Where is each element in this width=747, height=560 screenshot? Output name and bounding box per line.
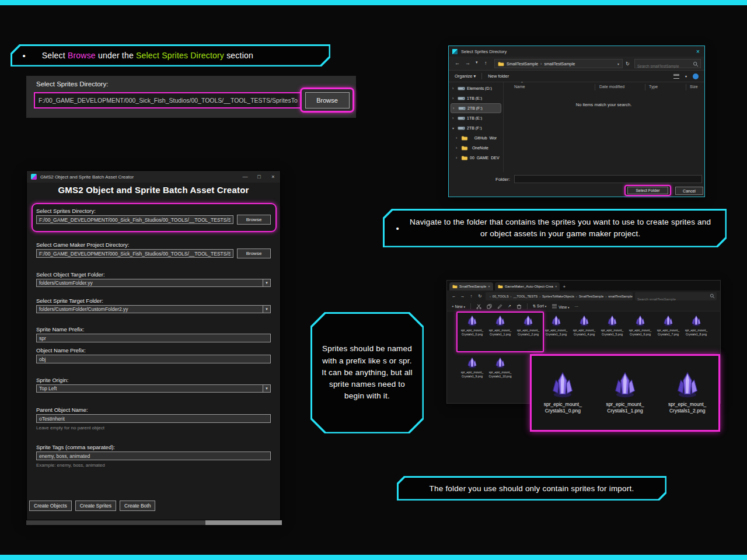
create-objects-button[interactable]: Create Objects	[29, 501, 72, 511]
object-prefix-input[interactable]	[36, 355, 271, 363]
sort-ascending-icon: ^	[521, 81, 523, 85]
forward-icon[interactable]: →	[459, 293, 466, 299]
forward-icon[interactable]: →	[465, 60, 470, 66]
tree-item-2tb-f-selected[interactable]: › 2TB (F:)	[451, 103, 501, 113]
create-both-button[interactable]: Create Both	[120, 501, 155, 511]
column-header-name[interactable]: Name	[514, 85, 525, 89]
tree-item-1tb-e-2[interactable]: › 1TB (E:)	[451, 113, 501, 123]
file-item[interactable]: spr_epic_mount_Crystals1_3.png	[542, 314, 570, 352]
project-directory-input[interactable]	[36, 249, 233, 258]
sprites-directory-input[interactable]	[36, 215, 233, 224]
sprites-directory-input[interactable]	[34, 92, 305, 108]
cut-icon[interactable]	[476, 304, 481, 309]
file-item[interactable]: spr_epic_mount_Crystals1_7.png	[654, 314, 682, 352]
close-icon[interactable]: ×	[692, 48, 704, 55]
dialog-search-box[interactable]	[634, 59, 701, 68]
tree-item-elements-d[interactable]: › Elements (D:)	[451, 83, 501, 93]
column-header-size[interactable]: Size	[690, 85, 698, 89]
sprite-origin-select[interactable]: Top Left ▾	[36, 384, 271, 393]
dialog-titlebar[interactable]: Select Sprites Directory ×	[449, 46, 704, 57]
view-mode-icon[interactable]	[673, 74, 679, 79]
chevron-down-icon[interactable]: ▾	[263, 385, 270, 392]
new-button[interactable]: + New ▾	[452, 304, 465, 309]
more-icon[interactable]: ···	[574, 304, 578, 309]
drive-icon	[458, 125, 465, 131]
sprite-target-folder-select[interactable]: folders/CustomFolder/CustomFolder2.yy ▾	[36, 305, 271, 313]
tab-small-test-sample[interactable]: SmallTestSample ×	[449, 282, 493, 290]
file-item[interactable]: spr_epic_mount_Crystals1_4.png	[570, 314, 598, 352]
sprite-prefix-input[interactable]	[36, 334, 271, 342]
rename-icon[interactable]	[497, 304, 502, 309]
recent-locations-icon[interactable]: ▾	[476, 60, 478, 65]
close-button[interactable]: ×	[266, 171, 280, 183]
tree-item-1tb-e[interactable]: › 1TB (E:)	[451, 93, 501, 103]
titlebar[interactable]: GMS2 Object and Sprite Batch Asset Creat…	[27, 171, 280, 183]
chevron-right-icon: ›	[452, 86, 456, 90]
chevron-down-icon[interactable]: ▾	[263, 306, 270, 313]
callout-folder-contents: The folder you use should only contain s…	[397, 476, 666, 501]
dialog-toolbar: Organize ▾ New folder ▾	[449, 71, 704, 82]
sprites-directory-browse-button[interactable]: Browse	[237, 215, 271, 225]
file-item[interactable]: spr_epic_mount_Crystals1_10.png	[486, 356, 514, 394]
delete-icon[interactable]	[516, 304, 522, 309]
help-icon[interactable]	[693, 74, 699, 79]
folder-icon	[452, 284, 458, 289]
chevron-down-icon[interactable]: ▾	[617, 62, 619, 66]
column-header-date-modified[interactable]: Date modified	[599, 85, 624, 89]
dialog-nav-row: ← → ▾ ↑ SmallTestSample › smallTestSampl…	[449, 57, 704, 71]
file-item[interactable]: spr_epic_mount_Crystals1_9.png	[458, 356, 486, 394]
up-icon[interactable]: ↑	[468, 293, 474, 299]
pane-divider	[503, 82, 504, 172]
view-button[interactable]: View ▾	[551, 304, 569, 309]
explorer-search-box[interactable]	[635, 292, 717, 300]
sort-button[interactable]: ⇅ Sort ▾	[533, 304, 547, 309]
crystal-sprite-thumbnail	[466, 357, 478, 369]
organize-button[interactable]: Organize ▾	[455, 74, 476, 79]
sprite-tags-input[interactable]	[36, 452, 271, 460]
refresh-icon[interactable]: ↻	[626, 61, 630, 66]
file-item[interactable]: spr_epic_mount_Crystals1_6.png	[626, 314, 654, 352]
object-target-folder-select[interactable]: folders/CustomFolder.yy ▾	[36, 279, 271, 287]
folder-name-input[interactable]	[514, 175, 702, 183]
file-item[interactable]: spr_epic_mount_Crystals1_5.png	[598, 314, 626, 352]
callout-folder-contents-text: The folder you use should only contain s…	[430, 484, 634, 493]
crystal-sprite-thumbnail	[662, 315, 674, 327]
tree-item-onenote-folder[interactable]: › _OneNote	[451, 143, 501, 153]
folder-field-label: Folder:	[495, 177, 510, 182]
breadcrumb[interactable]: › 00_TOOLS › __TOOL_TESTS › SpritesToMak…	[486, 292, 633, 300]
sprites-directory-label: Select Sprites Directory:	[36, 208, 96, 214]
create-sprites-button[interactable]: Create Sprites	[75, 501, 116, 511]
top-border	[0, 0, 747, 5]
file-item[interactable]: spr_epic_mount_Crystals1_8.png	[682, 314, 710, 352]
browse-button[interactable]: Browse	[305, 92, 350, 108]
up-icon[interactable]: ↑	[484, 60, 487, 66]
back-icon[interactable]: ←	[451, 293, 457, 299]
address-bar[interactable]: SmallTestSample › smallTestSample ▾	[494, 59, 623, 68]
tree-item-github-folder[interactable]: › __GitHub_Wor	[451, 133, 501, 143]
select-folder-button[interactable]: Select Folder	[627, 187, 668, 194]
sprite-zoom-box: spr_epic_mount_Crystals1_0.png spr_epic_…	[530, 354, 720, 432]
back-icon[interactable]: ←	[455, 60, 460, 66]
project-directory-browse-button[interactable]: Browse	[237, 249, 271, 258]
minimize-button[interactable]: —	[238, 171, 252, 183]
object-prefix-label: Object Name Prefix:	[36, 347, 86, 354]
tree-item-2tb-f-expanded[interactable]: ▾ 2TB (F:)	[451, 123, 501, 133]
tab-gamemaker-auto-object[interactable]: GameMaker_Auto-Object-Crea ×	[495, 282, 560, 290]
refresh-icon[interactable]: ↻	[477, 293, 483, 299]
new-folder-button[interactable]: New folder	[488, 74, 509, 79]
chevron-down-icon[interactable]: ▾	[685, 74, 687, 78]
share-icon[interactable]: ↗	[508, 304, 511, 309]
close-tab-icon[interactable]: ×	[488, 285, 490, 288]
cancel-button[interactable]: Cancel	[675, 187, 703, 195]
tree-item-00-game-dev-folder[interactable]: › 00_GAME_DEV	[451, 153, 501, 163]
maximize-button[interactable]: □	[252, 171, 266, 183]
new-tab-icon[interactable]: +	[563, 284, 566, 289]
chevron-down-icon[interactable]: ▾	[263, 279, 270, 286]
dialog-search-input[interactable]	[635, 62, 700, 71]
copy-icon[interactable]	[487, 304, 492, 309]
close-tab-icon[interactable]: ×	[555, 285, 557, 288]
chevron-right-icon: ›	[540, 62, 542, 66]
column-header-type[interactable]: Type	[649, 85, 658, 89]
parent-object-input[interactable]	[36, 414, 271, 423]
chevron-right-icon: ›	[452, 96, 456, 100]
